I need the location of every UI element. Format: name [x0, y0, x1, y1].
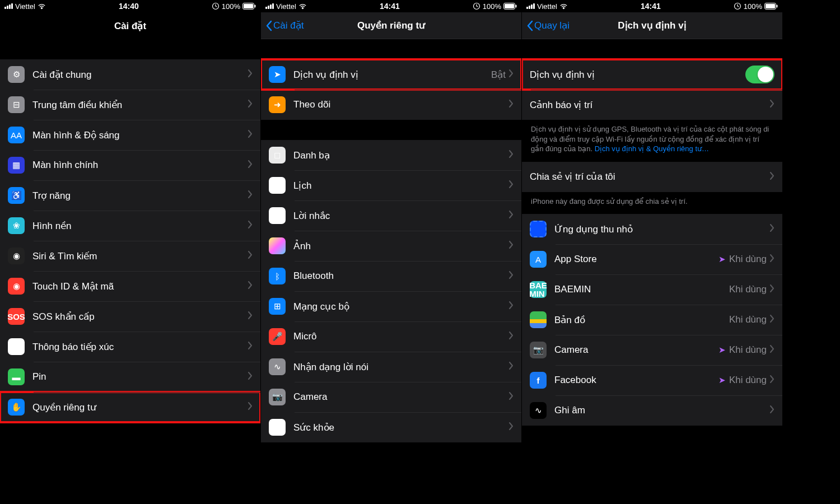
location-services-toggle-row[interactable]: Dịch vụ định vị	[522, 59, 782, 90]
settings-item-row[interactable]: ⚙Cài đặt chung	[0, 59, 260, 90]
privacy-item-row[interactable]: ◻Danh bạ	[261, 140, 521, 170]
clock: 14:41	[380, 2, 400, 11]
navbar: Quay lại Dịch vụ định vị	[522, 12, 782, 39]
access-icon: ♿	[8, 187, 25, 204]
row-label: Camera	[554, 344, 718, 356]
share-footer: iPhone này đang được sử dụng để chia sẻ …	[522, 192, 782, 214]
chevron-right-icon	[770, 344, 774, 356]
location-list[interactable]: Dịch vụ định vị Cảnh báo vị trí Dịch vụ …	[522, 39, 782, 459]
privacy-icon: ✋	[8, 399, 25, 416]
reminders-icon: ☰	[269, 207, 286, 224]
calendar-icon: ▦	[269, 177, 286, 194]
location-alerts-row[interactable]: Cảnh báo vị trí	[522, 90, 782, 120]
app-location-item-row[interactable]: ∿Ghi âm	[522, 395, 782, 426]
app-location-item-row[interactable]: fFacebook➤Khi dùng	[522, 365, 782, 395]
app-location-item-row[interactable]: BAE MINBAEMINKhi dùng	[522, 274, 782, 305]
chevron-right-icon	[770, 314, 774, 325]
lan-icon: ⊞	[269, 298, 286, 315]
app-location-item-row[interactable]: Ứng dụng thu nhỏ	[522, 214, 782, 244]
maps-icon	[530, 311, 547, 328]
privacy-item-row[interactable]: ▦Lịch	[261, 170, 521, 200]
chevron-right-icon	[509, 150, 514, 161]
battery-icon	[242, 3, 256, 10]
back-button[interactable]: Cài đặt	[265, 12, 304, 39]
privacy-item-row[interactable]: ⊞Mạng cục bộ	[261, 291, 521, 321]
row-label: Nhận dạng lời nói	[293, 361, 509, 373]
orientation-lock-icon	[473, 2, 480, 10]
privacy-item-row[interactable]: ➤Dịch vụ định vịBật	[261, 59, 521, 90]
chevron-right-icon	[770, 284, 774, 295]
settings-item-row[interactable]: ▬Pin	[0, 362, 260, 392]
row-value: Bật	[491, 69, 506, 81]
privacy-item-row[interactable]: ➜Theo dõi	[261, 90, 521, 120]
row-value: Khi dùng	[729, 254, 767, 265]
settings-list[interactable]: ⚙Cài đặt chung⊟Trung tâm điều khiểnAAMàn…	[0, 39, 260, 459]
svg-rect-7	[516, 5, 517, 8]
chevron-right-icon	[509, 361, 514, 372]
phone-privacy: Viettel 14:41 100% Cài đặt Quyền riêng t…	[261, 0, 522, 459]
row-label: Hình nền	[32, 220, 248, 232]
row-label: Dịch vụ định vị	[530, 69, 745, 81]
chevron-right-icon	[248, 311, 253, 322]
row-label: Trợ năng	[32, 190, 248, 202]
app-location-item-row[interactable]: 📷Camera➤Khi dùng	[522, 335, 782, 365]
battery-label: 100%	[222, 2, 240, 11]
privacy-item-row[interactable]: ☰Lời nhắc	[261, 200, 521, 231]
row-label: Ghi âm	[554, 405, 770, 416]
privacy-item-row[interactable]: Ảnh	[261, 231, 521, 261]
settings-item-row[interactable]: ♿Trợ năng	[0, 180, 260, 211]
baemin-icon: BAE MIN	[530, 281, 547, 298]
settings-item-row[interactable]: AAMàn hình & Độ sáng	[0, 120, 260, 150]
statusbar: Viettel 14:41 100%	[522, 0, 782, 12]
location-toggle[interactable]	[745, 66, 774, 83]
settings-item-row[interactable]: ◉Siri & Tìm kiếm	[0, 241, 260, 271]
row-label: Mạng cục bộ	[293, 301, 509, 312]
appstore-icon: A	[530, 251, 547, 268]
orientation-lock-icon	[212, 2, 220, 10]
settings-item-row[interactable]: SOSSOS khẩn cấp	[0, 301, 260, 332]
row-label: Dịch vụ định vị	[293, 69, 491, 81]
battery-label: 100%	[744, 2, 762, 11]
privacy-item-row[interactable]: ∿Nhận dạng lời nói	[261, 352, 521, 382]
svg-rect-2	[244, 4, 253, 8]
carrier-label: Viettel	[537, 2, 557, 11]
phone-location: Viettel 14:41 100% Quay lại Dịch vụ định…	[522, 0, 783, 459]
share-location-row[interactable]: Chia sẻ vị trí của tôi	[522, 162, 782, 192]
page-title: Quyền riêng tư	[357, 20, 425, 31]
back-label: Cài đặt	[273, 20, 304, 31]
app-location-item-row[interactable]: AApp Store➤Khi dùng	[522, 244, 782, 274]
row-value: Khi dùng	[729, 284, 767, 295]
chevron-right-icon	[770, 375, 774, 386]
settings-item-row[interactable]: ▦Màn hình chính	[0, 150, 260, 180]
display-icon: AA	[8, 127, 25, 143]
clock: 14:40	[119, 2, 139, 11]
settings-item-row[interactable]: ✋Quyền riêng tư	[0, 392, 260, 422]
location-arrow-icon: ➤	[718, 254, 726, 264]
row-label: Chia sẻ vị trí của tôi	[530, 171, 770, 183]
app-location-item-row[interactable]: Bản đồKhi dùng	[522, 305, 782, 335]
chevron-right-icon	[509, 301, 514, 312]
privacy-item-row[interactable]: 📷Camera	[261, 382, 521, 412]
chevron-right-icon	[770, 405, 774, 416]
privacy-item-row[interactable]: 🎤Micrô	[261, 321, 521, 352]
back-button[interactable]: Quay lại	[526, 12, 570, 39]
privacy-item-row[interactable]: ♥Sức khỏe	[261, 412, 521, 442]
wifi-icon	[298, 3, 307, 10]
privacy-list[interactable]: ➤Dịch vụ định vịBật➜Theo dõi ◻Danh bạ▦Lị…	[261, 39, 521, 459]
chevron-right-icon	[248, 99, 253, 110]
chevron-right-icon	[509, 240, 514, 251]
battery-icon	[764, 3, 778, 10]
settings-item-row[interactable]: ⊟Trung tâm điều khiển	[0, 90, 260, 120]
settings-item-row[interactable]: ◉Touch ID & Mật mã	[0, 271, 260, 301]
row-label: Ứng dụng thu nhỏ	[554, 223, 770, 235]
chevron-right-icon	[509, 210, 514, 221]
settings-item-row[interactable]: ❀Hình nền	[0, 211, 260, 241]
row-label: Facebook	[554, 375, 718, 386]
settings-item-row[interactable]: ✱Thông báo tiếp xúc	[0, 332, 260, 362]
battery-icon: ▬	[8, 368, 25, 385]
row-label: Theo dõi	[293, 99, 509, 110]
row-label: BAEMIN	[554, 284, 729, 295]
gear-icon: ⚙	[8, 66, 25, 83]
privacy-link[interactable]: Dịch vụ định vị & Quyền riêng tư…	[595, 144, 709, 153]
privacy-item-row[interactable]: ᛒBluetooth	[261, 261, 521, 291]
